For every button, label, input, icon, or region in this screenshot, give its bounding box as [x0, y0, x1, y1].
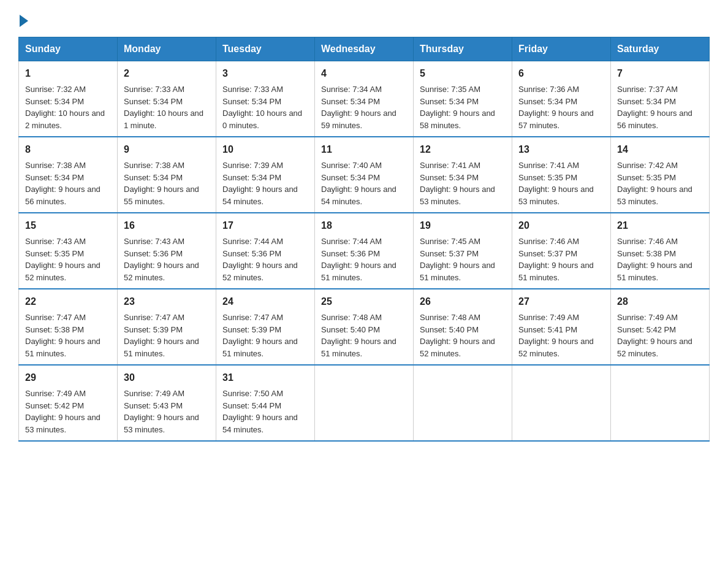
weekday-header-sunday: Sunday	[19, 37, 118, 61]
sunrise-info: Sunrise: 7:33 AM	[222, 85, 283, 94]
daylight-info: Daylight: 9 hours and 57 minutes.	[518, 109, 594, 130]
day-number: 21	[617, 218, 703, 233]
daylight-info: Daylight: 9 hours and 51 minutes.	[222, 337, 298, 358]
daylight-info: Daylight: 9 hours and 58 minutes.	[420, 109, 495, 130]
calendar-cell: 16 Sunrise: 7:43 AM Sunset: 5:36 PM Dayl…	[118, 213, 216, 289]
sunrise-info: Sunrise: 7:49 AM	[25, 389, 86, 398]
daylight-info: Daylight: 9 hours and 52 minutes.	[222, 261, 298, 282]
daylight-info: Daylight: 9 hours and 53 minutes.	[617, 185, 692, 206]
daylight-info: Daylight: 9 hours and 53 minutes.	[25, 413, 100, 434]
daylight-info: Daylight: 9 hours and 55 minutes.	[124, 185, 199, 206]
logo	[18, 12, 28, 25]
sunrise-info: Sunrise: 7:36 AM	[518, 85, 579, 94]
day-number: 20	[518, 218, 604, 233]
sunset-info: Sunset: 5:34 PM	[25, 97, 84, 106]
day-number: 8	[25, 142, 111, 157]
day-number: 5	[420, 66, 506, 81]
daylight-info: Daylight: 9 hours and 51 minutes.	[321, 261, 396, 282]
daylight-info: Daylight: 9 hours and 53 minutes.	[420, 185, 495, 206]
daylight-info: Daylight: 9 hours and 54 minutes.	[321, 185, 396, 206]
calendar-cell: 15 Sunrise: 7:43 AM Sunset: 5:35 PM Dayl…	[19, 213, 118, 289]
calendar-cell: 11 Sunrise: 7:40 AM Sunset: 5:34 PM Dayl…	[315, 137, 414, 213]
sunrise-info: Sunrise: 7:47 AM	[25, 313, 86, 322]
day-number: 14	[617, 142, 703, 157]
calendar-week-3: 15 Sunrise: 7:43 AM Sunset: 5:35 PM Dayl…	[19, 213, 710, 289]
daylight-info: Daylight: 9 hours and 53 minutes.	[124, 413, 199, 434]
day-number: 26	[420, 294, 506, 309]
weekday-header-monday: Monday	[118, 37, 216, 61]
sunset-info: Sunset: 5:37 PM	[518, 249, 577, 258]
daylight-info: Daylight: 10 hours and 1 minute.	[124, 109, 203, 130]
calendar-cell: 3 Sunrise: 7:33 AM Sunset: 5:34 PM Dayli…	[216, 61, 315, 137]
sunrise-info: Sunrise: 7:44 AM	[222, 237, 283, 246]
day-number: 30	[124, 370, 210, 385]
daylight-info: Daylight: 9 hours and 51 minutes.	[617, 261, 692, 282]
calendar-cell: 17 Sunrise: 7:44 AM Sunset: 5:36 PM Dayl…	[216, 213, 315, 289]
sunset-info: Sunset: 5:34 PM	[124, 97, 183, 106]
weekday-header-friday: Friday	[512, 37, 611, 61]
weekday-header-saturday: Saturday	[611, 37, 710, 61]
day-number: 29	[25, 370, 111, 385]
daylight-info: Daylight: 9 hours and 52 minutes.	[518, 337, 594, 358]
sunrise-info: Sunrise: 7:42 AM	[617, 161, 678, 170]
day-number: 13	[518, 142, 604, 157]
sunrise-info: Sunrise: 7:41 AM	[518, 161, 579, 170]
calendar-cell: 31 Sunrise: 7:50 AM Sunset: 5:44 PM Dayl…	[216, 365, 315, 441]
sunrise-info: Sunrise: 7:45 AM	[420, 237, 480, 246]
calendar-cell	[611, 365, 710, 441]
calendar-cell: 12 Sunrise: 7:41 AM Sunset: 5:34 PM Dayl…	[414, 137, 512, 213]
day-number: 2	[124, 66, 210, 81]
calendar-cell: 13 Sunrise: 7:41 AM Sunset: 5:35 PM Dayl…	[512, 137, 611, 213]
calendar-cell: 18 Sunrise: 7:44 AM Sunset: 5:36 PM Dayl…	[315, 213, 414, 289]
sunrise-info: Sunrise: 7:43 AM	[25, 237, 86, 246]
calendar-cell: 29 Sunrise: 7:49 AM Sunset: 5:42 PM Dayl…	[19, 365, 118, 441]
sunset-info: Sunset: 5:38 PM	[617, 249, 676, 258]
daylight-info: Daylight: 9 hours and 51 minutes.	[321, 337, 396, 358]
sunrise-info: Sunrise: 7:50 AM	[222, 389, 283, 398]
calendar-week-2: 8 Sunrise: 7:38 AM Sunset: 5:34 PM Dayli…	[19, 137, 710, 213]
daylight-info: Daylight: 9 hours and 56 minutes.	[617, 109, 692, 130]
sunrise-info: Sunrise: 7:49 AM	[518, 313, 579, 322]
calendar-cell: 4 Sunrise: 7:34 AM Sunset: 5:34 PM Dayli…	[315, 61, 414, 137]
sunrise-info: Sunrise: 7:39 AM	[222, 161, 283, 170]
sunrise-info: Sunrise: 7:46 AM	[617, 237, 678, 246]
calendar-cell: 14 Sunrise: 7:42 AM Sunset: 5:35 PM Dayl…	[611, 137, 710, 213]
sunrise-info: Sunrise: 7:43 AM	[124, 237, 184, 246]
sunrise-info: Sunrise: 7:47 AM	[124, 313, 184, 322]
sunset-info: Sunset: 5:39 PM	[222, 325, 281, 334]
sunset-info: Sunset: 5:34 PM	[420, 97, 479, 106]
day-number: 1	[25, 66, 111, 81]
sunset-info: Sunset: 5:34 PM	[321, 173, 380, 182]
sunrise-info: Sunrise: 7:40 AM	[321, 161, 382, 170]
page-header	[18, 12, 710, 25]
day-number: 18	[321, 218, 407, 233]
sunrise-info: Sunrise: 7:34 AM	[321, 85, 382, 94]
day-number: 16	[124, 218, 210, 233]
weekday-header-wednesday: Wednesday	[315, 37, 414, 61]
daylight-info: Daylight: 9 hours and 52 minutes.	[420, 337, 495, 358]
sunrise-info: Sunrise: 7:37 AM	[617, 85, 678, 94]
sunrise-info: Sunrise: 7:46 AM	[518, 237, 579, 246]
calendar-cell: 9 Sunrise: 7:38 AM Sunset: 5:34 PM Dayli…	[118, 137, 216, 213]
calendar-cell: 23 Sunrise: 7:47 AM Sunset: 5:39 PM Dayl…	[118, 289, 216, 365]
calendar-cell: 24 Sunrise: 7:47 AM Sunset: 5:39 PM Dayl…	[216, 289, 315, 365]
sunset-info: Sunset: 5:34 PM	[518, 97, 577, 106]
day-number: 10	[222, 142, 308, 157]
sunrise-info: Sunrise: 7:48 AM	[321, 313, 382, 322]
sunset-info: Sunset: 5:34 PM	[25, 173, 84, 182]
sunset-info: Sunset: 5:42 PM	[25, 401, 84, 410]
weekday-header-thursday: Thursday	[414, 37, 512, 61]
calendar-cell: 22 Sunrise: 7:47 AM Sunset: 5:38 PM Dayl…	[19, 289, 118, 365]
sunrise-info: Sunrise: 7:38 AM	[25, 161, 86, 170]
sunrise-info: Sunrise: 7:35 AM	[420, 85, 480, 94]
day-number: 4	[321, 66, 407, 81]
calendar-cell: 8 Sunrise: 7:38 AM Sunset: 5:34 PM Dayli…	[19, 137, 118, 213]
sunset-info: Sunset: 5:37 PM	[420, 249, 479, 258]
sunset-info: Sunset: 5:35 PM	[518, 173, 577, 182]
sunrise-info: Sunrise: 7:49 AM	[617, 313, 678, 322]
day-number: 31	[222, 370, 308, 385]
sunrise-info: Sunrise: 7:49 AM	[124, 389, 184, 398]
sunset-info: Sunset: 5:44 PM	[222, 401, 281, 410]
sunset-info: Sunset: 5:34 PM	[321, 97, 380, 106]
day-number: 15	[25, 218, 111, 233]
